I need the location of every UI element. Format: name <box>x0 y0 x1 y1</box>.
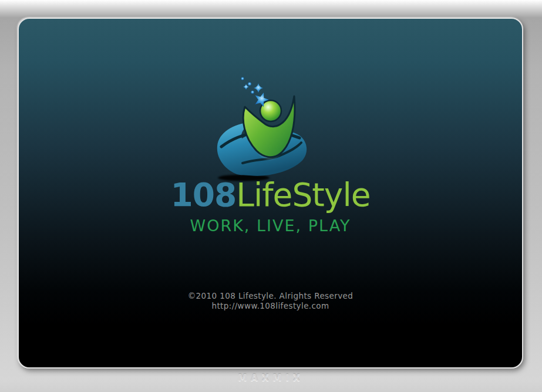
splash-footer: ©2010 108 Lifestyle. Alrights Reserved h… <box>19 291 522 311</box>
brand-name: LifeStyle <box>236 176 370 214</box>
brand-wordmark: 108LifeStyle <box>19 176 522 214</box>
website-url: http://www.108lifestyle.com <box>19 301 522 311</box>
copyright-text: ©2010 108 Lifestyle. Alrights Reserved <box>19 291 522 301</box>
brand-number: 108 <box>170 176 236 214</box>
logo-icon <box>210 66 309 183</box>
brand-tagline: WORK, LIVE, PLAY <box>19 217 522 235</box>
splash-panel: 108LifeStyle WORK, LIVE, PLAY ©2010 108 … <box>18 18 523 369</box>
maxmix-watermark: MAXMIX <box>0 373 542 383</box>
